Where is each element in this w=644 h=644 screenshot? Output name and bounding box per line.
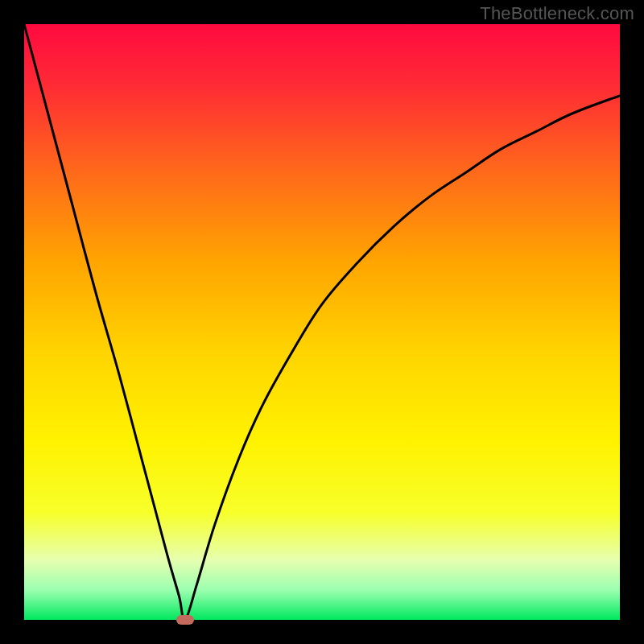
plot-area [24,24,620,620]
gradient-background [24,24,620,620]
chart-frame: TheBottleneck.com [0,0,644,644]
attribution-text: TheBottleneck.com [480,3,634,24]
minimum-marker [176,615,194,625]
plot-svg [24,24,620,620]
